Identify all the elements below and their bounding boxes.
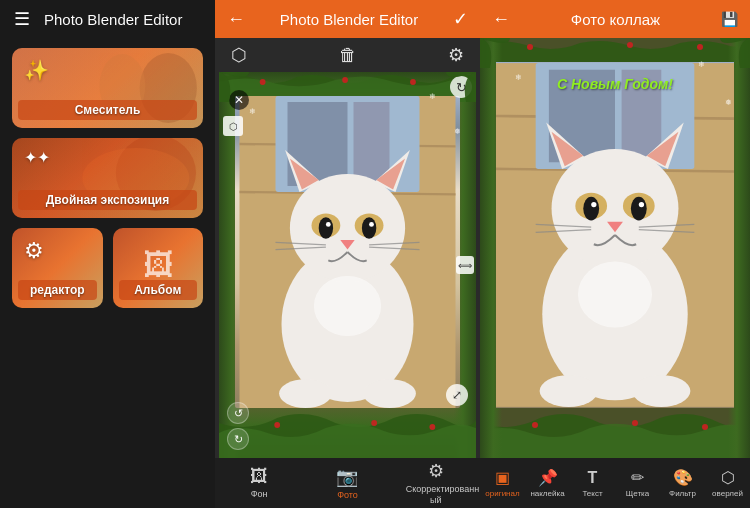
middle-content: ⬡ 🗑 ⚙ <box>215 38 480 508</box>
cat-photo <box>235 96 460 408</box>
right-save-button[interactable]: 💾 <box>721 11 738 27</box>
bottom-cards-row: ⚙ редактор 🖼 Альбом <box>12 228 203 308</box>
svg-point-58 <box>591 202 596 207</box>
svg-point-36 <box>527 44 533 50</box>
corrected-tab-icon: ⚙ <box>428 460 444 482</box>
svg-point-65 <box>578 261 652 327</box>
mixer-card[interactable]: ✨ Смеситель <box>12 48 203 128</box>
svg-point-57 <box>631 197 647 221</box>
editor-icon: ⚙ <box>24 238 44 264</box>
corrected-tab[interactable]: ⚙ Скорректированн ый <box>392 456 480 508</box>
left-menu: ✨ Смеситель ✦✦ Двойная экспозиция ⚙ реда… <box>0 38 215 318</box>
svg-point-38 <box>697 44 703 50</box>
middle-back-button[interactable]: ← <box>227 9 245 30</box>
right-pine-bottom <box>480 403 750 458</box>
background-tab[interactable]: 🖼 Фон <box>215 462 303 504</box>
brush-tab[interactable]: ✏ Щетка <box>615 464 660 502</box>
photo-tab[interactable]: 📷 Фото <box>303 462 391 505</box>
left-panel-title: Photo Blender Editor <box>44 11 182 28</box>
snowflake-1: ❄ <box>249 107 256 116</box>
svg-point-27 <box>369 222 374 227</box>
layers-button[interactable]: ⬡ <box>223 116 243 136</box>
svg-point-40 <box>632 420 638 426</box>
snowflake-3: ❅ <box>454 127 461 136</box>
corner-tr <box>446 72 476 102</box>
right-header: ← Фото коллаж 💾 <box>480 0 750 38</box>
middle-toolbar: ⬡ 🗑 ⚙ <box>215 38 480 72</box>
left-header: ☰ Photo Blender Editor <box>0 0 215 38</box>
filter-tab-label: Фильтр <box>669 489 696 498</box>
mixer-icon: ✨ <box>24 58 49 82</box>
svg-point-6 <box>410 79 416 85</box>
middle-header: ← Photo Blender Editor ✓ <box>215 0 480 38</box>
album-label: Альбом <box>119 280 198 300</box>
right-back-button[interactable]: ← <box>492 9 510 30</box>
snowflake-2: ❄ <box>429 92 436 101</box>
original-tab-label: оригинал <box>485 489 519 498</box>
svg-point-39 <box>532 422 538 428</box>
corner-tl <box>219 72 249 102</box>
text-tab-label: Текст <box>582 489 602 498</box>
svg-point-8 <box>371 420 377 426</box>
right-snowflake-3: ❅ <box>725 98 732 107</box>
delete-toolbar-icon[interactable]: 🗑 <box>339 45 357 66</box>
photo-tab-label: Фото <box>337 490 358 501</box>
crop-sides-button[interactable]: ⟺ <box>456 256 474 274</box>
right-content: С Новым Годом! ❄ ❄ ❅ <box>480 38 750 458</box>
svg-point-25 <box>362 217 376 239</box>
brush-tab-icon: ✏ <box>631 468 644 487</box>
undo-button[interactable]: ↺ <box>227 402 249 424</box>
overlay-tab-label: оверлей <box>712 489 743 498</box>
hamburger-icon[interactable]: ☰ <box>14 8 30 30</box>
right-snowflake-1: ❄ <box>515 73 522 82</box>
svg-point-56 <box>583 197 599 221</box>
right-cat-photo <box>496 62 734 408</box>
original-tab-icon: ▣ <box>495 468 510 487</box>
svg-point-24 <box>319 217 333 239</box>
album-card[interactable]: 🖼 Альбом <box>113 228 204 308</box>
left-panel: ☰ Photo Blender Editor ✨ Смеситель ✦✦ Дв <box>0 0 215 508</box>
middle-panel: ← Photo Blender Editor ✓ ⬡ 🗑 ⚙ <box>215 0 480 508</box>
filter-tab-icon: 🎨 <box>673 468 693 487</box>
double-exposure-icon: ✦✦ <box>24 148 50 167</box>
right-panel: ← Фото коллаж 💾 <box>480 0 750 508</box>
text-tab[interactable]: T Текст <box>570 465 615 502</box>
svg-point-41 <box>702 424 708 430</box>
svg-point-9 <box>429 424 435 430</box>
mid-bottom-controls: ↺ ↻ <box>227 402 249 450</box>
right-xmas-frame: С Новым Годом! ❄ ❄ ❅ <box>480 38 750 458</box>
middle-panel-title: Photo Blender Editor <box>280 11 418 28</box>
new-year-text: С Новым Годом! <box>510 76 720 92</box>
svg-point-49 <box>552 149 679 268</box>
original-tab[interactable]: ▣ оригинал <box>480 464 525 502</box>
filter-tab[interactable]: 🎨 Фильтр <box>660 464 705 502</box>
sticker-tab[interactable]: 📌 наклейка <box>525 464 570 502</box>
image-edit-area[interactable]: ✕ ↻ ⟺ ⤢ ⬡ ❄ ❄ ❅ <box>219 72 476 458</box>
settings-toolbar-icon[interactable]: ⚙ <box>448 44 464 66</box>
brush-tab-label: Щетка <box>626 489 649 498</box>
background-tab-icon: 🖼 <box>250 466 268 487</box>
right-bottom-tabs: ▣ оригинал 📌 наклейка T Текст ✏ Щетка 🎨 … <box>480 458 750 508</box>
svg-point-59 <box>639 202 644 207</box>
svg-point-17 <box>290 174 405 282</box>
editor-label: редактор <box>18 280 97 300</box>
svg-point-4 <box>260 79 266 85</box>
layers-toolbar-icon[interactable]: ⬡ <box>231 44 247 66</box>
svg-point-37 <box>627 42 633 48</box>
corrected-tab-label: Скорректированн ый <box>406 484 466 506</box>
overlay-tab[interactable]: ⬡ оверлей <box>705 464 750 502</box>
redo-button[interactable]: ↻ <box>227 428 249 450</box>
svg-point-7 <box>274 422 280 428</box>
svg-point-5 <box>342 77 348 83</box>
middle-check-button[interactable]: ✓ <box>453 8 468 30</box>
svg-point-34 <box>279 379 332 408</box>
pine-bottom-decoration <box>219 403 476 458</box>
svg-point-66 <box>540 375 598 407</box>
right-corner-tl <box>480 38 510 68</box>
double-exposure-card[interactable]: ✦✦ Двойная экспозиция <box>12 138 203 218</box>
expand-button[interactable]: ⤢ <box>446 384 468 406</box>
editor-card[interactable]: ⚙ редактор <box>12 228 103 308</box>
sticker-tab-icon: 📌 <box>538 468 558 487</box>
svg-point-33 <box>314 276 381 336</box>
sticker-tab-label: наклейка <box>530 489 564 498</box>
